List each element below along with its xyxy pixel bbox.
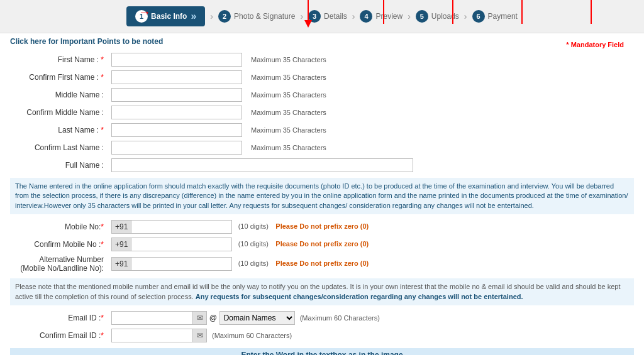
- step-separator-5: ›: [464, 11, 467, 21]
- arrow-step1: →: [138, 5, 151, 19]
- step-number-2: 2: [218, 10, 231, 23]
- email-input-cell: ✉ @ Domain Names gmail.com yahoo.com out…: [108, 309, 634, 327]
- email-local-input[interactable]: [111, 311, 193, 325]
- step-separator-3: ›: [352, 11, 355, 21]
- main-content: Click here for Important Points to be no…: [0, 33, 644, 355]
- mobile-zero-hint: Please Do not prefix zero (0): [275, 222, 369, 230]
- confirm-email-input-wrap: ✉ (Maximum 60 Characters): [111, 329, 630, 342]
- full-name-input[interactable]: [111, 158, 413, 172]
- confirm-mobile-prefix: +91: [111, 238, 131, 251]
- first-name-hint: Maximum 35 Characters: [246, 51, 634, 68]
- confirm-mobile-label: Confirm Mobile No :*: [10, 236, 108, 253]
- full-name-label: Full Name :: [10, 156, 108, 174]
- mobile-input-cell: +91 (10 digits) Please Do not prefix zer…: [108, 218, 634, 236]
- wizard-step-6[interactable]: 6 Payment: [472, 10, 518, 23]
- confirm-email-max-hint: (Maximum 60 Characters): [212, 332, 292, 339]
- first-name-input[interactable]: [111, 53, 242, 67]
- step-chevrons-1: »: [191, 11, 196, 22]
- confirm-middle-name-input-cell: [108, 104, 246, 121]
- confirm-email-icon: ✉: [193, 329, 207, 342]
- confirm-last-name-row: Confirm Last Name : Maximum 35 Character…: [10, 139, 634, 156]
- mobile-notice: Please note that the mentioned mobile nu…: [10, 278, 634, 305]
- full-name-row: Full Name :: [10, 156, 634, 174]
- middle-name-row: Middle Name : Maximum 35 Characters: [10, 86, 634, 104]
- wizard-steps: 1 Basic Info » › 2 Photo & Signature › 3…: [126, 6, 518, 26]
- mobile-digits-hint: (10 digits): [238, 222, 269, 230]
- step-label-5: Uploads: [431, 12, 459, 21]
- step-separator-2: ›: [300, 11, 303, 21]
- alt-number-zero-hint: Please Do not prefix zero (0): [275, 259, 369, 267]
- wizard-step-3[interactable]: 3 Details: [308, 10, 347, 23]
- confirm-middle-name-row: Confirm Middle Name : Maximum 35 Charact…: [10, 104, 634, 121]
- email-input-wrap: ✉ @ Domain Names gmail.com yahoo.com out…: [111, 311, 630, 325]
- phone-table: Mobile No:* +91 (10 digits) Please Do no…: [10, 218, 634, 275]
- middle-name-input-cell: [108, 86, 246, 104]
- wizard-step-2[interactable]: 2 Photo & Signature: [218, 10, 295, 23]
- confirm-mobile-input-cell: +91 (10 digits) Please Do not prefix zer…: [108, 236, 634, 253]
- confirm-mobile-digits-hint: (10 digits): [238, 240, 269, 248]
- confirm-last-name-input-cell: [108, 139, 246, 156]
- confirm-first-name-input[interactable]: [111, 70, 242, 84]
- confirm-middle-name-input[interactable]: [111, 106, 242, 119]
- confirm-email-local-input[interactable]: [111, 329, 193, 342]
- captcha-instruction: Enter the Word in the textbox as in the …: [10, 348, 634, 355]
- email-icon: ✉: [193, 311, 207, 325]
- wizard-step-5[interactable]: 5 Uploads: [416, 10, 459, 23]
- step-number-6: 6: [472, 10, 485, 23]
- step-separator-1: ›: [210, 11, 213, 21]
- confirm-last-name-label: Confirm Last Name :: [10, 139, 108, 156]
- step-label-1: Basic Info: [151, 12, 187, 21]
- full-name-input-cell: [108, 156, 634, 174]
- confirm-mobile-zero-hint: Please Do not prefix zero (0): [275, 240, 369, 248]
- middle-name-label: Middle Name :: [10, 86, 108, 104]
- confirm-mobile-input[interactable]: [131, 238, 232, 251]
- step-separator-4: ›: [408, 11, 411, 21]
- wizard-bar: → 1 Basic Info » › 2 Photo & Signature ›…: [0, 0, 644, 33]
- step-number-4: 4: [360, 10, 372, 23]
- last-name-row: Last Name : * Maximum 35 Characters: [10, 121, 634, 139]
- confirm-email-row: Confirm Email ID :* ✉ (Maximum 60 Charac…: [10, 327, 634, 344]
- mobile-prefix: +91: [111, 220, 131, 234]
- confirm-last-name-input[interactable]: [111, 141, 242, 155]
- mobile-input[interactable]: [131, 220, 232, 234]
- middle-name-hint: Maximum 35 Characters: [246, 86, 634, 104]
- mandatory-field-note: * Mandatory Field: [566, 41, 624, 48]
- confirm-first-name-label: Confirm First Name : *: [10, 68, 108, 86]
- alt-number-label: Alternative Number (Mobile No/Landline N…: [10, 253, 108, 275]
- email-table: Email ID :* ✉ @ Domain Names gmail.com y…: [10, 309, 634, 344]
- step-number-3: 3: [308, 10, 321, 23]
- step-label-4: Preview: [375, 12, 402, 21]
- last-name-input[interactable]: [111, 123, 242, 137]
- first-name-row: First Name : * Maximum 35 Characters: [10, 51, 634, 68]
- alt-number-input-cell: +91 (10 digits) Please Do not prefix zer…: [108, 253, 634, 275]
- confirm-first-name-row: Confirm First Name : * Maximum 35 Charac…: [10, 68, 634, 86]
- last-name-label: Last Name : *: [10, 121, 108, 139]
- wizard-step-4[interactable]: 4 Preview: [360, 10, 402, 23]
- confirm-first-name-hint: Maximum 35 Characters: [246, 68, 634, 86]
- confirm-email-input-cell: ✉ (Maximum 60 Characters): [108, 327, 634, 344]
- email-row: Email ID :* ✉ @ Domain Names gmail.com y…: [10, 309, 634, 327]
- step-label-2: Photo & Signature: [234, 12, 295, 21]
- first-name-label: First Name : *: [10, 51, 108, 68]
- important-link[interactable]: Click here for Important Points to be no…: [10, 37, 634, 46]
- email-at-symbol: @: [209, 314, 217, 322]
- confirm-middle-name-hint: Maximum 35 Characters: [246, 104, 634, 121]
- alt-number-prefix: +91: [111, 257, 131, 271]
- step-label-3: Details: [324, 12, 347, 21]
- alt-number-row: Alternative Number (Mobile No/Landline N…: [10, 253, 634, 275]
- confirm-first-name-input-cell: [108, 68, 246, 86]
- email-domain-select[interactable]: Domain Names gmail.com yahoo.com outlook…: [219, 311, 295, 325]
- email-label: Email ID :*: [10, 309, 108, 327]
- middle-name-input[interactable]: [111, 88, 242, 102]
- last-name-input-cell: [108, 121, 246, 139]
- last-name-hint: Maximum 35 Characters: [246, 121, 634, 139]
- alt-number-input[interactable]: [131, 257, 232, 271]
- confirm-mobile-row: Confirm Mobile No :* +91 (10 digits) Ple…: [10, 236, 634, 253]
- email-max-hint: (Maximum 60 Characters): [300, 314, 380, 322]
- name-notice: The Name entered in the online applicati…: [10, 178, 634, 214]
- mobile-row: Mobile No:* +91 (10 digits) Please Do no…: [10, 218, 634, 236]
- step-number-5: 5: [416, 10, 428, 23]
- first-name-input-cell: [108, 51, 246, 68]
- step-label-6: Payment: [488, 12, 518, 21]
- mobile-label: Mobile No:*: [10, 218, 108, 236]
